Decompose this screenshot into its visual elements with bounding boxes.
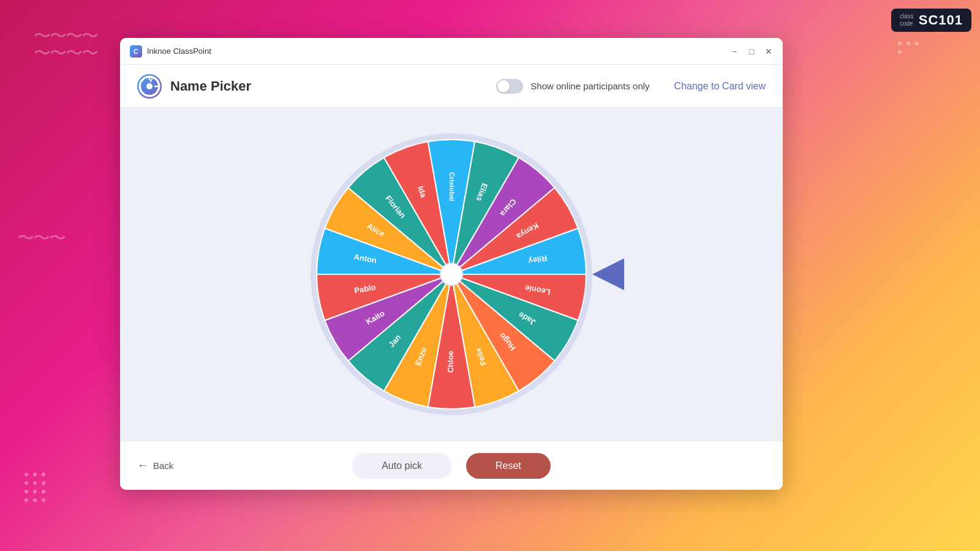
- footer-bar: ← Back Auto pick Reset: [120, 441, 783, 490]
- class-code-label: class code: [900, 13, 914, 28]
- back-button[interactable]: ← Back: [137, 459, 173, 472]
- back-label: Back: [153, 460, 173, 471]
- change-view-button[interactable]: Change to Card view: [674, 81, 766, 92]
- spinner-wheel[interactable]: RileyLeonieJadeHugoFelixChloeEnzoJanKait…: [304, 127, 598, 421]
- app-icon: C: [130, 45, 142, 58]
- class-code-badge: class code SC101: [891, 9, 971, 32]
- main-content: RileyLeonieJadeHugoFelixChloeEnzoJanKait…: [120, 108, 783, 441]
- svg-line-4: [151, 78, 153, 82]
- svg-point-1: [146, 83, 153, 89]
- dots-bottom-left: [24, 473, 45, 502]
- wheel-pointer: [592, 258, 624, 290]
- svg-text:Cristobal: Cristobal: [448, 172, 456, 201]
- squiggle-mid-left: 〜〜〜: [17, 227, 65, 250]
- toggle-label: Show online participants only: [530, 81, 649, 91]
- class-code-value: SC101: [919, 12, 963, 28]
- reset-button[interactable]: Reset: [466, 453, 551, 479]
- svg-point-0: [140, 77, 159, 96]
- dots-top-right: [898, 42, 919, 54]
- toggle-section: Show online participants only: [496, 79, 649, 94]
- toggle-knob: [497, 80, 510, 92]
- online-only-toggle[interactable]: [496, 79, 523, 94]
- header-bar: Name Picker Show online participants onl…: [120, 65, 783, 108]
- title-bar: C Inknoe ClassPoint − □ ✕: [120, 38, 783, 65]
- svg-point-24: [440, 263, 462, 285]
- auto-pick-button[interactable]: Auto pick: [352, 453, 451, 479]
- back-arrow-icon: ←: [137, 459, 148, 472]
- main-window: C Inknoe ClassPoint − □ ✕ Name Picker Sh…: [120, 38, 783, 490]
- squiggle-top-left-2: 〜〜〜〜: [34, 42, 97, 65]
- svg-text:Chloe: Chloe: [446, 351, 455, 373]
- wheel-container[interactable]: RileyLeonieJadeHugoFelixChloeEnzoJanKait…: [304, 127, 598, 421]
- close-button[interactable]: ✕: [764, 47, 773, 56]
- minimize-button[interactable]: −: [730, 47, 739, 56]
- name-picker-icon: [137, 74, 162, 99]
- app-title: Inknoe ClassPoint: [147, 47, 211, 56]
- name-picker-label: Name Picker: [170, 78, 251, 94]
- maximize-button[interactable]: □: [747, 47, 756, 56]
- window-controls: − □ ✕: [730, 47, 773, 56]
